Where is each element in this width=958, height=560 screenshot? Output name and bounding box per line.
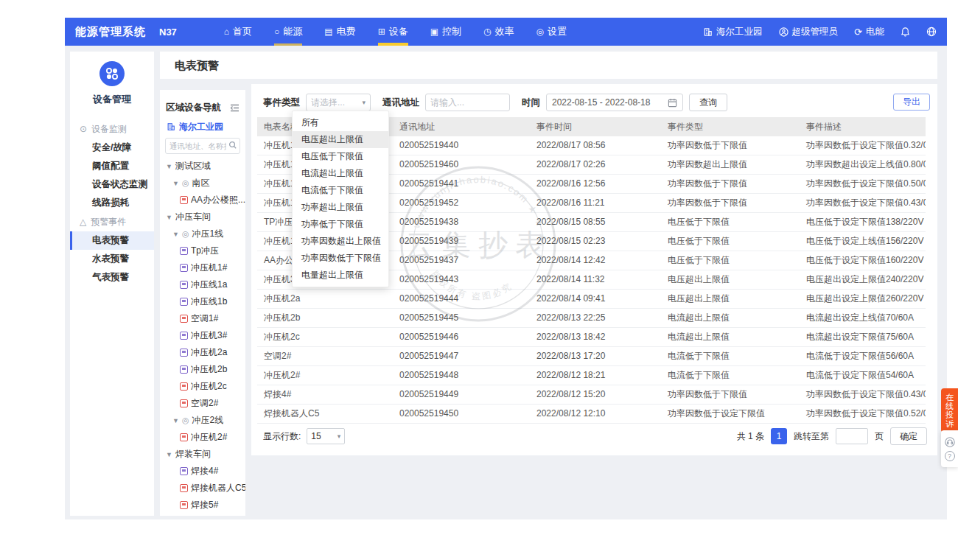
tree-node[interactable]: AA办公楼照...: [160, 192, 245, 209]
tree-node[interactable]: ▼◎冲压1线: [160, 225, 245, 242]
tree-node[interactable]: 焊接4#: [160, 463, 245, 480]
rows-per-page-select[interactable]: 15 ▾: [307, 428, 345, 444]
cell-address: 020052519445: [393, 309, 530, 327]
language-button[interactable]: [926, 27, 937, 37]
tree-node[interactable]: 冲压线1a: [160, 276, 245, 293]
sidebar-item[interactable]: 线路损耗: [70, 194, 154, 212]
page-number-1[interactable]: 1: [771, 428, 787, 444]
table-header-cell: 事件时间: [530, 117, 661, 136]
nav-item-home[interactable]: ⌂首页: [224, 18, 252, 46]
user-menu[interactable]: 超级管理员: [779, 26, 839, 38]
tree-node[interactable]: ▼测试区域: [160, 158, 245, 175]
device-icon: ⊞: [378, 27, 385, 37]
sidebar-item[interactable]: 安全/故障: [70, 139, 154, 157]
sidebar-item[interactable]: 水表预警: [70, 250, 154, 268]
dropdown-option[interactable]: 功率因数超出上限值: [293, 233, 388, 250]
tree-root-site[interactable]: 海尔工业园: [160, 118, 245, 136]
energy-mode-switch[interactable]: ⟳ 电能: [854, 26, 884, 38]
meter-icon: [180, 484, 188, 492]
pager: 共 1 条 1 跳转至第 页 确定: [737, 427, 927, 445]
meter-icon: [180, 315, 188, 323]
globe-icon: [926, 27, 937, 37]
sidebar-item[interactable]: 气表预警: [70, 268, 154, 287]
page: 能源管理系统 N37 ⌂首页○能源▤电费⊞设备▣控制◷效率◎设置 海尔工业园 超…: [0, 0, 958, 560]
dropdown-option[interactable]: 功率低于下限值: [293, 216, 388, 233]
cell-address: 020052519444: [393, 290, 530, 308]
nav-item-efficiency[interactable]: ◷效率: [483, 18, 514, 46]
tree-node-label: 冲压2线: [192, 414, 224, 427]
date-range-picker[interactable]: 2022-08-15 - 2022-08-18: [546, 94, 683, 111]
tree-node[interactable]: 空调1#: [160, 310, 245, 327]
cell-address: 020052519440: [393, 136, 530, 155]
dropdown-option[interactable]: 电压超出上限值: [293, 131, 388, 148]
tree-node[interactable]: 焊接6#: [160, 514, 245, 516]
cell-meter-name: 冲压机2c: [257, 328, 393, 346]
tree-node[interactable]: 冲压机3#: [160, 327, 245, 344]
tree-node[interactable]: ▼焊装车间: [160, 446, 245, 463]
cell-event-desc: 电压低于设定下限值138/220V: [800, 213, 926, 231]
nav-item-energy[interactable]: ○能源: [274, 18, 302, 46]
site-name: 海尔工业园: [716, 26, 763, 38]
sidebar-item[interactable]: 设备状态监测: [70, 175, 154, 194]
dropdown-option[interactable]: 功率超出上限值: [293, 199, 388, 216]
customer-service-icon[interactable]: [945, 437, 955, 447]
tree-node[interactable]: 冲压线1b: [160, 293, 245, 310]
site-selector[interactable]: 海尔工业园: [703, 26, 763, 38]
tree-node[interactable]: 冲压机2#: [160, 429, 245, 446]
export-button[interactable]: 导出: [893, 94, 930, 111]
notifications-button[interactable]: [901, 27, 910, 37]
tree-node[interactable]: ▼冲压车间: [160, 209, 245, 225]
dropdown-option[interactable]: 所有: [293, 114, 388, 131]
nav-item-device[interactable]: ⊞设备: [378, 18, 408, 46]
collapse-panel-icon[interactable]: [230, 104, 240, 112]
tree-node[interactable]: 冲压机1#: [160, 259, 245, 276]
tree-node[interactable]: ▼◎冲压2线: [160, 412, 245, 429]
nav-item-bill[interactable]: ▤电费: [324, 18, 355, 46]
tree-node[interactable]: Tp冲压: [160, 242, 245, 259]
sidebar-item[interactable]: 阈值配置: [70, 157, 154, 175]
jump-confirm-button[interactable]: 确定: [890, 427, 927, 445]
jump-page-input[interactable]: [836, 428, 868, 444]
tree-node[interactable]: 焊接5#: [160, 497, 245, 514]
table-header-cell: 事件描述: [800, 117, 926, 136]
tree-node[interactable]: 空调2#: [160, 395, 245, 412]
query-button[interactable]: 查询: [689, 94, 727, 111]
sidebar-item[interactable]: 电表预警: [70, 231, 154, 250]
help-icon[interactable]: ?: [945, 451, 955, 461]
dropdown-option[interactable]: 电量超出上限值: [293, 267, 388, 284]
navbar-right: 海尔工业园 超级管理员 ⟳ 电能: [703, 26, 937, 38]
time-label: 时间: [522, 97, 540, 109]
cell-meter-name: 冲压机2b: [257, 309, 393, 327]
dropdown-option[interactable]: 电流低于下限值: [293, 182, 388, 199]
cell-address: 020052519450: [393, 405, 530, 423]
sidebar-group-label: 预警事件: [91, 216, 126, 228]
cell-meter-name: 焊接4#: [257, 385, 393, 404]
tree-list: ▼测试区域▼◎南区AA办公楼照...▼冲压车间▼◎冲压1线Tp冲压冲压机1#冲压…: [160, 158, 245, 516]
event-type-dropdown: 所有电压超出上限值电压低于下限值电流超出上限值电流低于下限值功率超出上限值功率低…: [292, 111, 389, 287]
event-type-select[interactable]: 请选择... ▾: [306, 94, 371, 111]
dropdown-option[interactable]: 电压低于下限值: [293, 148, 388, 165]
cell-event-time: 2022/08/14 12:42: [530, 251, 661, 270]
chevron-down-icon: ▾: [362, 99, 366, 106]
event-type-label: 事件类型: [263, 97, 300, 109]
tree-node[interactable]: ▼◎南区: [160, 175, 245, 192]
dropdown-option[interactable]: 电流超出上限值: [293, 165, 388, 182]
online-complaint-tab[interactable]: 在线投诉: [941, 388, 958, 433]
meter-icon: [180, 247, 188, 255]
address-input[interactable]: [425, 94, 510, 111]
tree-node[interactable]: 冲压机2a: [160, 344, 245, 361]
cell-event-time: 2022/08/15 08:55: [530, 213, 661, 231]
meter-icon: [180, 382, 188, 391]
tree-node[interactable]: 冲压机2c: [160, 378, 245, 395]
nav-item-label: 电费: [337, 25, 356, 38]
cell-address: 020052519447: [393, 347, 530, 365]
dropdown-option[interactable]: 功率因数低于下限值: [293, 250, 388, 267]
filter-bar: 事件类型 请选择... ▾ 通讯地址 时间 2022-08-15 - 2022-…: [263, 93, 727, 112]
nav-item-settings[interactable]: ◎设置: [536, 18, 567, 46]
nav-item-control[interactable]: ▣控制: [430, 18, 461, 46]
tree-node[interactable]: 焊接机器人C5: [160, 480, 245, 497]
pagination-bar: 显示行数: 15 ▾ 共 1 条 1 跳转至第 页 确定: [263, 427, 927, 445]
tree-node-label: 冲压线1a: [191, 279, 227, 291]
tree-node[interactable]: 冲压机2b: [160, 361, 245, 378]
tree-title: 区域设备导航: [166, 102, 221, 114]
